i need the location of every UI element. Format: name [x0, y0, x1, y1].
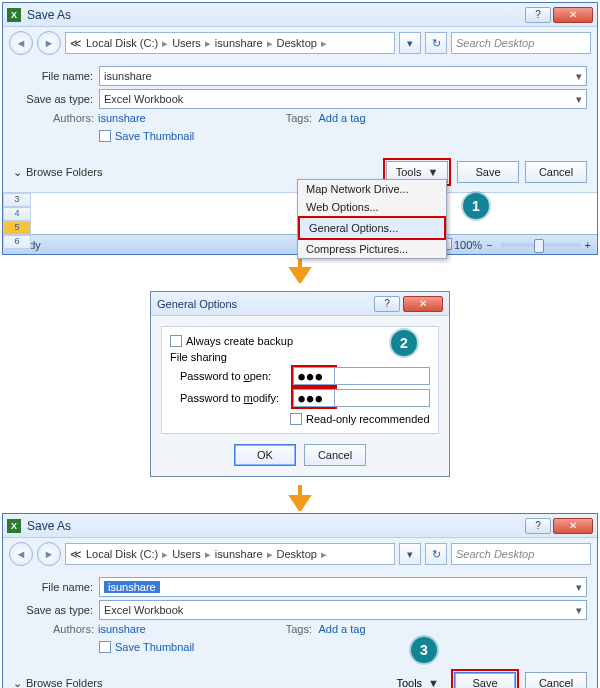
menu-general-options[interactable]: General Options...: [301, 219, 443, 237]
browse-folders-toggle[interactable]: ⌄ Browse Folders: [13, 677, 102, 689]
help-button[interactable]: ?: [374, 296, 400, 312]
tags-label: Tags:: [286, 112, 312, 124]
nav-row: ◄ ► ≪ Local Disk (C:)▸ Users▸ isunshare▸…: [3, 27, 597, 59]
callout-1: 1: [463, 193, 489, 219]
ok-button[interactable]: OK: [234, 444, 296, 466]
menu-web-options[interactable]: Web Options...: [298, 198, 446, 216]
file-name-label: File name:: [13, 581, 93, 593]
close-button[interactable]: ✕: [553, 7, 593, 23]
search-input[interactable]: Search Desktop: [451, 32, 591, 54]
cancel-button[interactable]: Cancel: [525, 672, 587, 688]
tags-value[interactable]: Add a tag: [318, 623, 365, 635]
readonly-checkbox[interactable]: [290, 413, 302, 425]
authors-label: Authors:: [53, 112, 94, 124]
back-button[interactable]: ◄: [9, 31, 33, 55]
refresh-icon[interactable]: ↻: [425, 543, 447, 565]
general-options-dialog: General Options ? ✕ Always create backup…: [150, 291, 450, 477]
breadcrumb-prefix: ≪: [70, 37, 82, 50]
save-thumbnail-checkbox[interactable]: [99, 641, 111, 653]
help-button[interactable]: ?: [525, 518, 551, 534]
dropdown-history-icon[interactable]: ▾: [399, 32, 421, 54]
menu-compress-pictures[interactable]: Compress Pictures...: [298, 240, 446, 258]
always-backup-checkbox[interactable]: [170, 335, 182, 347]
row-header[interactable]: 3: [3, 193, 31, 207]
zoom-label: 100%: [454, 239, 482, 251]
breadcrumb[interactable]: ≪ Local Disk (C:)▸ Users▸ isunshare▸ Des…: [65, 543, 395, 565]
row-header[interactable]: 4: [3, 207, 31, 221]
breadcrumb[interactable]: ≪ Local Disk (C:)▸ Users▸ isunshare▸ Des…: [65, 32, 395, 54]
save-thumbnail-label: Save Thumbnail: [115, 130, 194, 142]
file-name-input[interactable]: isunshare: [99, 577, 587, 597]
tags-value[interactable]: Add a tag: [318, 112, 365, 124]
tags-label: Tags:: [286, 623, 312, 635]
save-button[interactable]: Save: [457, 161, 519, 183]
save-as-type-label: Save as type:: [13, 93, 93, 105]
password-modify-input[interactable]: ●●●: [293, 389, 335, 407]
menu-map-network-drive[interactable]: Map Network Drive...: [298, 180, 446, 198]
back-button[interactable]: ◄: [9, 542, 33, 566]
excel-icon: X: [7, 8, 21, 22]
save-thumbnail-label: Save Thumbnail: [115, 641, 194, 653]
close-button[interactable]: ✕: [403, 296, 443, 312]
save-as-type-select[interactable]: Excel Workbook: [99, 89, 587, 109]
password-open-label: Password to open:: [180, 370, 293, 382]
file-name-label: File name:: [13, 70, 93, 82]
password-open-input[interactable]: ●●●: [293, 367, 335, 385]
dialog-title: General Options: [157, 298, 374, 310]
save-as-dialog-2: X Save As ? ✕ ◄ ► ≪ Local Disk (C:)▸ Use…: [2, 513, 598, 688]
window-title: Save As: [27, 519, 525, 533]
zoom-minus-icon[interactable]: −: [486, 239, 492, 251]
help-button[interactable]: ?: [525, 7, 551, 23]
password-modify-label: Password to modify:: [180, 392, 293, 404]
refresh-icon[interactable]: ↻: [425, 32, 447, 54]
authors-value[interactable]: isunshare: [98, 112, 146, 124]
row-header[interactable]: 6: [3, 235, 31, 249]
row-header[interactable]: 5: [3, 221, 31, 235]
save-as-type-select[interactable]: Excel Workbook: [99, 600, 587, 620]
chevron-down-icon: ⌄: [13, 166, 22, 179]
callout-3: 3: [411, 637, 437, 663]
browse-folders-toggle[interactable]: ⌄ Browse Folders: [13, 166, 102, 179]
chevron-down-icon: ⌄: [13, 677, 22, 689]
cancel-button[interactable]: Cancel: [525, 161, 587, 183]
authors-label: Authors:: [53, 623, 94, 635]
excel-icon: X: [7, 519, 21, 533]
callout-2: 2: [391, 330, 417, 356]
tools-button[interactable]: Tools▼: [396, 677, 439, 688]
save-as-type-label: Save as type:: [13, 604, 93, 616]
cancel-button[interactable]: Cancel: [304, 444, 366, 466]
window-title: Save As: [27, 8, 525, 22]
search-input[interactable]: Search Desktop: [451, 543, 591, 565]
close-button[interactable]: ✕: [553, 518, 593, 534]
titlebar: X Save As ? ✕: [3, 3, 597, 27]
dropdown-history-icon[interactable]: ▾: [399, 543, 421, 565]
file-sharing-label: File sharing: [170, 351, 430, 363]
readonly-label: Read-only recommended: [306, 413, 430, 425]
arrow-down-icon: [0, 257, 600, 283]
forward-button[interactable]: ►: [37, 542, 61, 566]
save-button[interactable]: Save: [454, 672, 516, 688]
always-backup-label: Always create backup: [186, 335, 293, 347]
arrow-down-icon: [0, 485, 600, 511]
zoom-slider[interactable]: [501, 243, 581, 247]
save-as-dialog-1: X Save As ? ✕ ◄ ► ≪ Local Disk (C:)▸ Use…: [2, 2, 598, 255]
forward-button[interactable]: ►: [37, 31, 61, 55]
authors-value[interactable]: isunshare: [98, 623, 146, 635]
tools-menu: Map Network Drive... Web Options... Gene…: [297, 179, 447, 259]
save-thumbnail-checkbox[interactable]: [99, 130, 111, 142]
file-name-input[interactable]: isunshare: [99, 66, 587, 86]
zoom-plus-icon[interactable]: +: [585, 239, 591, 251]
